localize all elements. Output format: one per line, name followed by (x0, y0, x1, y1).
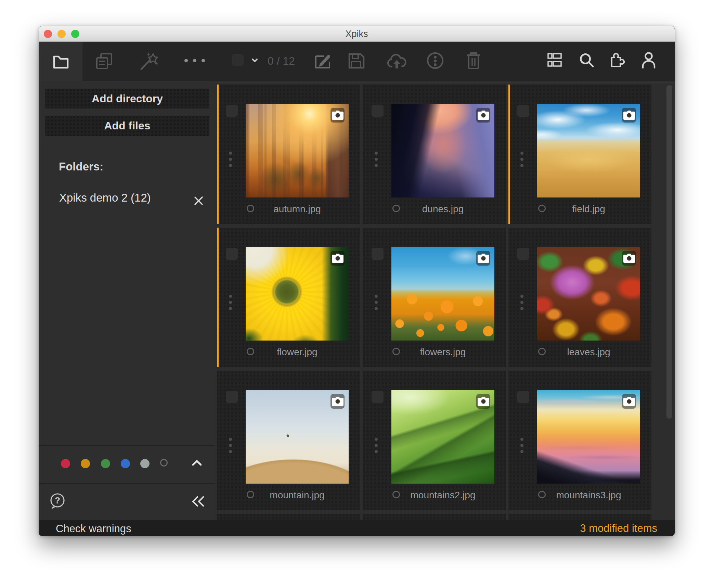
svg-text:?: ? (55, 495, 60, 506)
